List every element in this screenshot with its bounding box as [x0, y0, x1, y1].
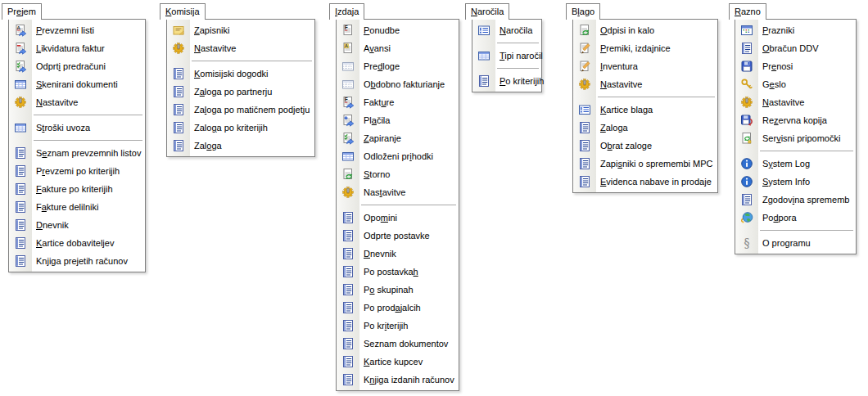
recycle-icon	[341, 168, 355, 181]
menu-item-label: Zaloga	[600, 123, 628, 133]
menu-item-odprte-postavke[interactable]: Odprte postavke	[337, 227, 459, 245]
menu-item-zaloga-po-partnerju[interactable]: Zaloga po partnerju	[167, 83, 314, 101]
menu-item-predloge[interactable]: Predloge	[337, 57, 459, 75]
menu-item-rezervna-kopija[interactable]: Rezervna kopija	[735, 111, 856, 129]
menu-tab-izdaja[interactable]: Izdaja	[329, 3, 364, 20]
menu-tab-razno[interactable]: Razno	[729, 3, 766, 20]
menu-item-nastavitve[interactable]: Nastavitve	[735, 93, 856, 111]
menu-item-label: Odloženi prihodki	[364, 151, 433, 161]
menu-item-komisijski-dogodki[interactable]: Komisijski dogodki	[167, 65, 314, 83]
menu-item-label: Premiki, izdajnice	[600, 43, 671, 53]
menu-item-zaloga-po-maticnem-podjetju[interactable]: Zaloga po matičnem podjetju	[167, 101, 314, 119]
menu-item-fakture-delilniki[interactable]: Fakture delilniki	[9, 198, 145, 216]
menu-item-geslo[interactable]: Geslo	[735, 75, 856, 93]
menu-item-label: Nastavitve	[600, 79, 642, 89]
menu-item-obracun-ddv[interactable]: Obračun DDV	[735, 39, 856, 57]
menu-item-kartice-dobaviteljev[interactable]: Kartice dobaviteljev	[9, 234, 145, 252]
menu-item-narocila[interactable]: Naročila	[472, 21, 541, 39]
menu-item-dnevnik[interactable]: Dnevnik	[9, 216, 145, 234]
menu-item-ponudbe[interactable]: FPonudbe	[337, 21, 459, 39]
menu-item-system-info[interactable]: System Info	[735, 173, 856, 191]
menu-item-label: Opomini	[364, 213, 397, 223]
menu-item-evidenca-nabave-in-prodaje[interactable]: Evidenca nabave in prodaje	[573, 173, 717, 191]
menu-item-zaloga[interactable]: Zaloga	[167, 137, 314, 155]
menu-item-skenirani-dokumenti[interactable]: Skenirani dokumenti	[9, 75, 145, 93]
menu-item-nastavitve[interactable]: Nastavitve	[573, 75, 717, 93]
menu-item-label: Po kriterijih	[364, 321, 408, 331]
menu-item-tipi-narocil[interactable]: Tipi naročil	[472, 47, 541, 65]
menu-item-premiki-izdajnice[interactable]: Premiki, izdajnice	[573, 39, 717, 57]
svg-text:§: §	[744, 236, 750, 250]
menu-item-po-prodajalcih[interactable]: Po prodajalcih	[337, 299, 459, 317]
info-icon	[740, 175, 753, 188]
menu-item-podpora[interactable]: Podpora	[735, 209, 856, 227]
recycle-icon	[578, 24, 591, 37]
report-icon	[341, 319, 355, 332]
menu-item-prenosi[interactable]: Prenosi	[735, 57, 856, 75]
menu-item-avansi[interactable]: AAvansi	[337, 39, 459, 57]
info-icon	[740, 157, 753, 170]
menu-panel-prejem: APrevzemni listiLikvidatura fakturOdprti…	[8, 19, 146, 272]
menu-item-knjiga-prejetih-racunov[interactable]: Knjiga prejetih računov	[9, 252, 145, 270]
menu-tab-prejem[interactable]: Prejem	[2, 3, 42, 20]
menu-item-label: Storno	[364, 169, 390, 179]
menu-item-nastavitve[interactable]: Nastavitve	[9, 93, 145, 111]
doc-plus-arrow-icon	[341, 114, 355, 127]
menu-item-obdobno-fakturianje[interactable]: Obdobno fakturianje	[337, 75, 459, 93]
menu-item-prevzemni-listi[interactable]: APrevzemni listi	[9, 21, 145, 39]
menu-item-po-skupinah[interactable]: Po skupinah	[337, 281, 459, 299]
menu-item-fakture-po-kriterijih[interactable]: Fakture po kriterijih	[9, 180, 145, 198]
menu-item-po-kriterijih[interactable]: Po kriterijih	[337, 317, 459, 335]
menu-item-po-kriterijih[interactable]: Po kriterijih	[472, 72, 541, 90]
menu-item-placila[interactable]: Plačila	[337, 111, 459, 129]
menu-item-likvidatura-faktur[interactable]: Likvidatura faktur	[9, 39, 145, 57]
menu-item-zaloga[interactable]: Zaloga	[573, 119, 717, 137]
menu-item-label: Fakture po kriterijih	[36, 184, 113, 194]
menu-item-nastavitve[interactable]: Nastavitve	[167, 39, 314, 57]
menu-item-zaloga-po-kriterijih[interactable]: Zaloga po kriterijih	[167, 119, 314, 137]
menu-item-stroski-uvoza[interactable]: Stroški uvoza	[9, 119, 145, 137]
menu-item-prazniki[interactable]: Prazniki	[735, 21, 856, 39]
menu-item-opomini[interactable]: Opomini	[337, 209, 459, 227]
menu-item-servisni-pripomocki[interactable]: Servisni pripomočki	[735, 129, 856, 147]
menu-item-zapisniki-o-spremembi-mpc[interactable]: Zapisniki o spremembi MPC	[573, 155, 717, 173]
menu-item-label: Fakture	[364, 97, 394, 107]
menu-item-label: Nastavitve	[194, 43, 236, 53]
floppy-icon	[740, 60, 753, 73]
menu-item-label: Likvidatura faktur	[36, 43, 105, 53]
menu-item-odpisi-in-kalo[interactable]: Odpisi in kalo	[573, 21, 717, 39]
menu-item-po-postavkah[interactable]: Po postavkah	[337, 263, 459, 281]
menu-item-storno[interactable]: Storno	[337, 165, 459, 183]
report-icon	[341, 283, 355, 296]
menu-item-label: Obračun DDV	[762, 43, 818, 53]
menu-tab-narocila[interactable]: Naročila	[465, 3, 509, 20]
menu-item-kartice-kupcev[interactable]: Kartice kupcev	[337, 353, 459, 371]
menu-item-label: Naročila	[500, 25, 532, 35]
menu-item-zgodovina-sprememb[interactable]: Zgodovina sprememb	[735, 191, 856, 209]
menu-item-seznam-dokumentov[interactable]: Seznam dokumentov	[337, 335, 459, 353]
menu-tab-label: Prejem	[7, 7, 36, 16]
menu-item-seznam-prevzemnih-listov[interactable]: Seznam prevzemnih listov	[9, 144, 145, 162]
menu-tab-blago[interactable]: Blago	[566, 3, 600, 20]
menu-item-zapisniki[interactable]: Zapisniki	[167, 21, 314, 39]
menu-item-knjiga-izdanih-racunov[interactable]: Knjiga izdanih računov	[337, 371, 459, 389]
menu-item-odprti-predracuni[interactable]: Odprti predračuni	[9, 57, 145, 75]
menu-tab-komisija[interactable]: Komisija	[160, 3, 206, 20]
menus-canvas: PrejemAPrevzemni listiLikvidatura faktur…	[0, 0, 868, 396]
menu-item-obrat-zaloge[interactable]: Obrat zaloge	[573, 137, 717, 155]
table-icon	[341, 150, 355, 163]
menu-item-label: Zaloga po partnerju	[194, 87, 272, 97]
menu-item-fakture[interactable]: FFakture	[337, 93, 459, 111]
menu-item-zapiranje[interactable]: Zapiranje	[337, 129, 459, 147]
menu-item-odlozeni-prihodki[interactable]: Odloženi prihodki	[337, 147, 459, 165]
grid-icon	[341, 78, 355, 91]
menu-item-label: Zgodovina sprememb	[762, 195, 849, 205]
menu-item-dnevnik[interactable]: Dnevnik	[337, 245, 459, 263]
menu-item-kartice-blaga[interactable]: Kartice blaga	[573, 101, 717, 119]
menu-item-inventura[interactable]: Inventura	[573, 57, 717, 75]
menu-item-system-log[interactable]: System Log	[735, 155, 856, 173]
menu-item-o-programu[interactable]: §O programu	[735, 234, 856, 252]
menu-item-prevzemi-po-kriterijih[interactable]: Prevzemi po kriterijih	[9, 162, 145, 180]
report-icon	[14, 164, 27, 178]
menu-item-nastavitve[interactable]: Nastavitve	[337, 183, 459, 201]
